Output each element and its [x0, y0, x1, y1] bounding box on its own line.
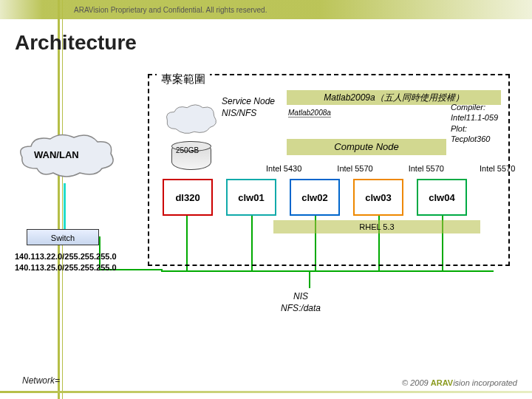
wan-label: WAN/LAN — [34, 149, 79, 160]
project-scope-label: 專案範圍 — [157, 72, 210, 86]
node-clw01: clw01 — [226, 179, 276, 216]
architecture-diagram: WAN/LAN Switch 140.113.22.0/255.255.255.… — [15, 74, 517, 355]
cpu-4: Intel 5570 — [480, 164, 515, 173]
nis-nfs-label: NIS NFS:/data — [281, 291, 321, 314]
header-bar: ARAVision Proprietary and Confidential. … — [0, 0, 532, 19]
service-cloud — [163, 102, 220, 137]
node-clw02: clw02 — [290, 179, 340, 216]
bus-nis — [309, 270, 310, 288]
network-switch: Switch — [27, 229, 99, 245]
net-a: 140.113.22.0/255.255.255.0 — [15, 251, 117, 262]
node-dl320: dl320 — [163, 179, 213, 216]
page-title: Architecture — [15, 31, 137, 55]
compiler-info: Compiler: Intel11.1-059 Plot: Tecplot360 — [451, 102, 498, 144]
cpu-2: Intel 5570 — [337, 164, 372, 173]
network-addresses: 140.113.22.0/255.255.255.0 140.113.25.0/… — [15, 251, 117, 274]
node-clw03: clw03 — [353, 179, 403, 216]
confidential-text: ARAVision Proprietary and Confidential. … — [74, 6, 267, 14]
cpu-labels: Intel 5430 Intel 5570 Intel 5570 Intel 5… — [266, 164, 515, 173]
cpu-1: Intel 5430 — [266, 164, 301, 173]
matlab2008-label: Matlab2008a — [288, 109, 331, 117]
link-wan-switch — [64, 183, 66, 229]
compute-node-bar: Compute Node — [287, 139, 446, 155]
storage-label: 250GB — [176, 146, 199, 154]
service-node-label: Service Node NIS/NFS — [222, 96, 275, 119]
net-b: 140.113.25.0/255.255.255.0 — [15, 262, 117, 273]
footer-accent — [0, 391, 532, 393]
bus-main — [161, 270, 494, 272]
node-row: dl320 clw01 clw02 clw03 clw04 — [163, 179, 467, 216]
node-clw04: clw04 — [417, 179, 467, 216]
footer-network: Network= — [22, 375, 60, 386]
cpu-3: Intel 5570 — [409, 164, 444, 173]
footer-copyright: © 2009 ARAVision incorporated — [402, 378, 517, 387]
rhel-bar: RHEL 5.3 — [273, 220, 480, 233]
